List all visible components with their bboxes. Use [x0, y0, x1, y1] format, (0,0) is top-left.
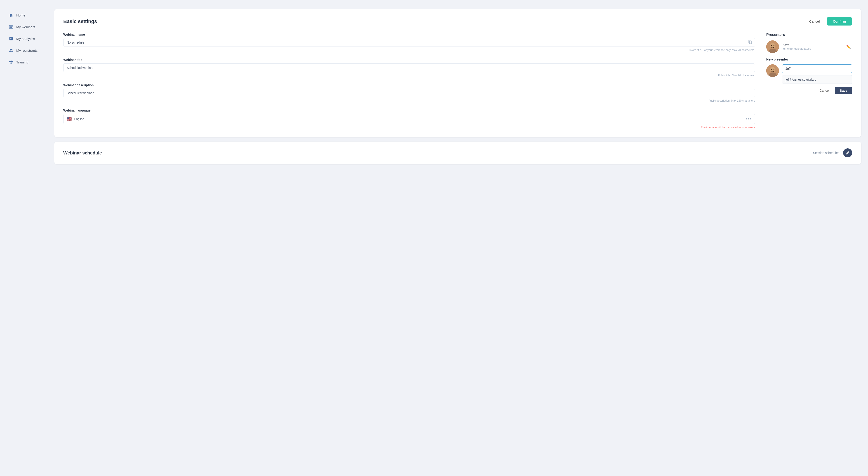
- new-presenter-save-button[interactable]: Save: [835, 87, 852, 94]
- registrants-icon: [8, 48, 13, 53]
- more-dots-icon: •••: [746, 117, 752, 122]
- flag-icon: 🇺🇸: [67, 116, 72, 122]
- webinar-name-input[interactable]: [63, 38, 755, 47]
- webinar-language-field: Webinar language 🇺🇸 English ••• The inte…: [63, 109, 755, 129]
- schedule-title: Webinar schedule: [63, 150, 102, 156]
- language-select[interactable]: 🇺🇸 English •••: [63, 114, 755, 124]
- svg-point-4: [774, 45, 774, 46]
- presenter-item: Jeff jeff@genesisdigital.co ✏️: [766, 40, 852, 53]
- edit-presenter-icon[interactable]: ✏️: [845, 43, 852, 50]
- webinar-description-hint: Public description. Max 150 characters: [63, 99, 755, 102]
- card-body: Webinar name Private title. For your ref…: [63, 33, 852, 129]
- presenter-avatar: [766, 40, 779, 53]
- webinar-name-input-wrapper: [63, 38, 755, 47]
- avatar-face: [766, 40, 779, 53]
- home-icon: [8, 13, 13, 18]
- webinar-name-hint: Private title. For your reference only. …: [63, 48, 755, 52]
- webinar-title-input[interactable]: [63, 63, 755, 72]
- cancel-button[interactable]: Cancel: [806, 18, 824, 25]
- presenter-info: Jeff jeff@genesisdigital.co: [782, 43, 841, 50]
- webinar-title-hint: Public title. Max 70 characters.: [63, 74, 755, 77]
- lang-select-left: 🇺🇸 English: [67, 116, 84, 122]
- presenter-name: Jeff: [782, 43, 841, 47]
- schedule-edit-button[interactable]: [843, 148, 852, 158]
- sidebar-item-my-registrants[interactable]: My registrants: [2, 45, 48, 56]
- sidebar-item-my-webinars[interactable]: My webinars: [2, 21, 48, 33]
- webinar-name-field: Webinar name Private title. For your ref…: [63, 33, 755, 52]
- svg-point-9: [774, 69, 774, 70]
- analytics-icon: [8, 36, 13, 41]
- training-icon: [8, 60, 13, 65]
- main-content: Basic settings Cancel Confirm Webinar na…: [50, 0, 868, 476]
- sidebar-item-my-analytics[interactable]: My analytics: [2, 33, 48, 44]
- new-presenter-cancel-button[interactable]: Cancel: [816, 87, 833, 94]
- svg-point-3: [771, 45, 772, 46]
- sidebar-item-training-label: Training: [16, 60, 29, 64]
- sidebar: Home My webinars My analytics My registr…: [0, 0, 50, 476]
- new-avatar-face: [766, 64, 779, 77]
- language-hint: The interface will be translated for you…: [63, 126, 755, 129]
- new-presenter-body: jeff@genesisdigital.co Cancel Save: [766, 64, 852, 94]
- language-value: English: [74, 117, 84, 121]
- webinar-name-label: Webinar name: [63, 33, 755, 36]
- new-presenter-avatar: [766, 64, 779, 77]
- webinar-description-label: Webinar description: [63, 83, 755, 87]
- sidebar-item-training[interactable]: Training: [2, 57, 48, 68]
- webinar-language-label: Webinar language: [63, 109, 755, 112]
- webinar-description-input[interactable]: [63, 89, 755, 97]
- sidebar-item-my-analytics-label: My analytics: [16, 37, 35, 41]
- left-column: Webinar name Private title. For your ref…: [63, 33, 755, 129]
- sidebar-item-my-registrants-label: My registrants: [16, 48, 37, 53]
- sidebar-item-my-webinars-label: My webinars: [16, 25, 35, 29]
- sidebar-item-home-label: Home: [16, 13, 25, 17]
- presenters-section-title: Presenters: [766, 33, 852, 37]
- webinar-title-label: Webinar title: [63, 58, 755, 62]
- new-presenter-actions: Cancel Save: [782, 87, 852, 94]
- card-header: Basic settings Cancel Confirm: [63, 17, 852, 26]
- basic-settings-card: Basic settings Cancel Confirm Webinar na…: [54, 9, 861, 137]
- webinars-icon: [8, 24, 13, 29]
- presenter-email: jeff@genesisdigital.co: [782, 47, 841, 50]
- new-presenter-name-input[interactable]: [782, 64, 852, 73]
- webinar-title-field: Webinar title Public title. Max 70 chara…: [63, 58, 755, 77]
- page-title: Basic settings: [63, 19, 97, 24]
- new-presenter-form: jeff@genesisdigital.co Cancel Save: [782, 64, 852, 94]
- schedule-status: Session scheduled: [813, 151, 839, 155]
- new-presenter-title: New presenter: [766, 58, 852, 61]
- svg-point-8: [771, 69, 772, 70]
- webinar-description-field: Webinar description Public description. …: [63, 83, 755, 102]
- sidebar-item-home[interactable]: Home: [2, 9, 48, 21]
- confirm-button[interactable]: Confirm: [827, 17, 852, 26]
- new-presenter-email: jeff@genesisdigital.co: [782, 75, 852, 84]
- right-column: Presenters: [766, 33, 852, 129]
- webinar-schedule-card: Webinar schedule Session scheduled: [54, 142, 861, 164]
- schedule-right: Session scheduled: [813, 148, 852, 158]
- card-actions: Cancel Confirm: [806, 17, 852, 26]
